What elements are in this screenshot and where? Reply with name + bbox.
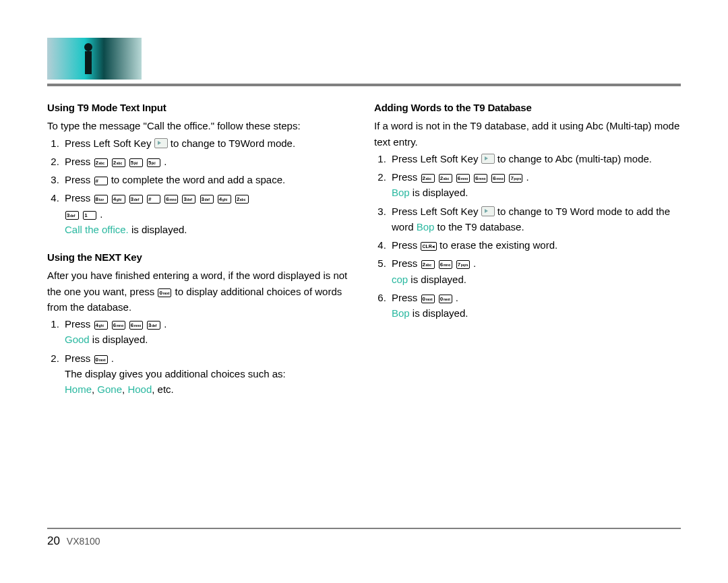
key-clr-icon: CLR◂ xyxy=(421,242,437,251)
key-7pqrs-icon: 7pqrs xyxy=(456,260,470,269)
add-step-2: Press 2abc 2abc 6mno 6mno 6mno 7pqrs . B… xyxy=(389,169,681,201)
text: is displayed. xyxy=(129,224,187,235)
display-text: Call the office. xyxy=(65,224,129,235)
text: Press Left Soft Key xyxy=(392,153,481,164)
text: to change to T9Word mode. xyxy=(171,137,295,149)
heading-add-words: Adding Words to the T9 Database xyxy=(374,100,681,115)
next-step-2: Press 0next . The display gives you addi… xyxy=(62,350,354,398)
left-column: Using T9 Mode Text Input To type the mes… xyxy=(47,100,354,402)
right-column: Adding Words to the T9 Database If a wor… xyxy=(374,100,681,402)
key-6mno-icon: 6mno xyxy=(439,260,452,269)
display-text: Home xyxy=(65,383,92,395)
text: Press xyxy=(65,318,94,330)
key-6mno-icon: 6mno xyxy=(129,321,143,330)
key-6mno-icon: 6mno xyxy=(491,174,505,183)
text: Press xyxy=(65,174,94,185)
key-1-icon: 1 xyxy=(83,211,96,220)
text: Press xyxy=(65,192,94,204)
text: Press xyxy=(65,352,94,364)
soft-key-icon xyxy=(481,154,495,164)
key-6mno-icon: 6mno xyxy=(474,174,487,183)
step-3: Press # to complete the word and add a s… xyxy=(62,172,354,187)
key-hash-icon: # xyxy=(147,195,160,204)
key-6mno-icon: 6mno xyxy=(112,321,125,330)
key-6mno-icon: 6mno xyxy=(456,174,470,183)
key-4ghi-icon: 4ghi xyxy=(112,195,125,204)
text: Press xyxy=(392,171,421,183)
step-1: Press Left Soft Key to change to T9Word … xyxy=(62,135,354,151)
next-intro: After you have finished entering a word,… xyxy=(47,268,354,315)
text: The display gives you additional choices… xyxy=(65,368,286,379)
text: to change to Abc (multi-tap) mode. xyxy=(497,153,652,164)
steps-add: Press Left Soft Key to change to Abc (mu… xyxy=(374,151,681,321)
key-2abc-icon: 2abc xyxy=(421,260,435,269)
key-2abc-icon: 2abc xyxy=(94,158,108,167)
display-text: Gone xyxy=(97,383,122,395)
display-text: Bop xyxy=(392,187,410,198)
key-2abc-icon: 2abc xyxy=(439,174,452,183)
text: , etc. xyxy=(152,383,174,395)
key-0next-icon: 0next xyxy=(94,355,108,364)
add-step-4: Press CLR◂ to erase the existing word. xyxy=(389,237,681,253)
key-3def-icon: 3def xyxy=(182,195,195,204)
text: Press xyxy=(392,257,421,269)
key-0next-icon: 0next xyxy=(421,295,435,303)
step-4: Press 8tuv 4ghi 3def # 6mno 3def 3def 4g… xyxy=(62,190,354,237)
page-number: 20 xyxy=(47,534,60,547)
add-step-5: Press 2abc 6mno 7pqrs . cop is displayed… xyxy=(389,255,681,287)
soft-key-icon xyxy=(481,206,495,216)
header-photo xyxy=(47,38,142,80)
key-4ghi-icon: 4ghi xyxy=(218,195,231,204)
text: Press xyxy=(65,156,94,167)
step-2: Press 2abc 2abc 5jkl 5jkl . xyxy=(62,154,354,169)
text: Press xyxy=(392,239,421,251)
heading-t9-mode: Using T9 Mode Text Input xyxy=(47,100,354,115)
key-0next-icon: 0next xyxy=(439,295,452,303)
key-7pqrs-icon: 7pqrs xyxy=(509,174,522,183)
content-columns: Using T9 Mode Text Input To type the mes… xyxy=(47,100,681,402)
add-step-3: Press Left Soft Key to change to T9 Word… xyxy=(389,204,681,235)
text: is displayed. xyxy=(90,334,148,345)
text: Press xyxy=(392,292,421,303)
display-text: Bop xyxy=(392,307,410,319)
key-3def-icon: 3def xyxy=(147,321,160,330)
text: to the T9 database. xyxy=(434,221,524,233)
key-0next-icon: 0next xyxy=(158,288,171,297)
text: is displayed. xyxy=(410,307,468,319)
key-6mno-icon: 6mno xyxy=(164,195,178,204)
next-step-1: Press 4ghi 6mno 6mno 3def . Good is disp… xyxy=(62,316,354,348)
page-footer: 20 VX8100 xyxy=(47,534,100,548)
key-2abc-icon: 2abc xyxy=(112,158,125,167)
display-text: Good xyxy=(65,334,90,345)
intro-right: If a word is not in the T9 database, add… xyxy=(374,118,681,150)
add-step-1: Press Left Soft Key to change to Abc (mu… xyxy=(389,151,681,166)
steps-t9: Press Left Soft Key to change to T9Word … xyxy=(47,135,354,238)
key-hash-icon: # xyxy=(94,177,108,185)
text: to complete the word and add a space. xyxy=(111,174,286,185)
key-3def-icon: 3def xyxy=(129,195,143,204)
text: is displayed. xyxy=(410,187,468,198)
display-text: Bop xyxy=(417,221,435,233)
key-4ghi-icon: 4ghi xyxy=(94,321,108,330)
key-8tuv-icon: 8tuv xyxy=(94,195,108,204)
text: to erase the existing word. xyxy=(439,239,557,251)
add-step-6: Press 0next 0next . Bop is displayed. xyxy=(389,290,681,321)
soft-key-icon xyxy=(154,138,168,148)
text: is displayed. xyxy=(408,274,466,285)
key-5jkl-icon: 5jkl xyxy=(147,158,160,167)
text: Press Left Soft Key xyxy=(65,137,154,149)
display-text: cop xyxy=(392,274,408,285)
heading-next-key: Using the NEXT Key xyxy=(47,249,354,265)
text: Press Left Soft Key xyxy=(392,206,481,217)
key-3def-icon: 3def xyxy=(65,211,79,220)
key-2abc-icon: 2abc xyxy=(235,195,249,204)
intro-left: To type the message "Call the office." f… xyxy=(47,118,354,133)
display-text: Hood xyxy=(127,383,152,395)
top-divider xyxy=(47,84,681,86)
footer-divider xyxy=(47,528,681,529)
steps-next: Press 4ghi 6mno 6mno 3def . Good is disp… xyxy=(47,316,354,397)
key-5jkl-icon: 5jkl xyxy=(129,158,143,167)
model-name: VX8100 xyxy=(67,536,100,547)
key-2abc-icon: 2abc xyxy=(421,174,435,183)
key-3def-icon: 3def xyxy=(200,195,214,204)
